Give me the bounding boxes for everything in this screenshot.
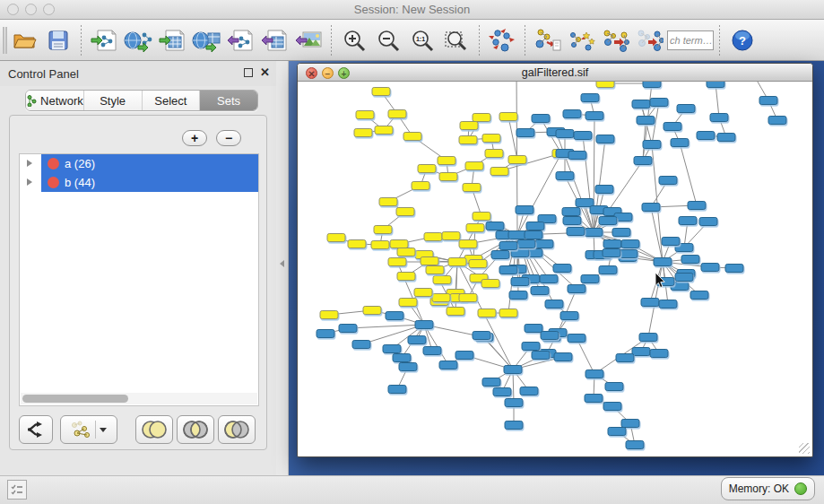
close-panel-icon[interactable]: ✕ <box>260 65 270 79</box>
help-button[interactable]: ? <box>725 23 759 57</box>
graph-node[interactable] <box>499 242 517 250</box>
graph-node[interactable] <box>532 352 550 360</box>
graph-node[interactable] <box>568 285 585 293</box>
graph-node[interactable] <box>459 136 477 144</box>
graph-node[interactable] <box>415 321 433 329</box>
set-operation-combo-button[interactable] <box>60 415 117 444</box>
tab-sets[interactable]: Sets <box>200 91 257 110</box>
graph-node[interactable] <box>621 240 639 248</box>
graph-node[interactable] <box>399 299 417 307</box>
graph-node[interactable] <box>481 280 499 288</box>
export-table-button[interactable] <box>257 23 291 57</box>
graph-node[interactable] <box>603 240 621 248</box>
graph-node[interactable] <box>424 233 442 241</box>
graph-node[interactable] <box>603 403 621 411</box>
graph-node[interactable] <box>499 113 517 121</box>
graph-node[interactable] <box>643 82 661 88</box>
graph-node[interactable] <box>465 162 483 170</box>
graph-node[interactable] <box>659 177 677 185</box>
graph-node[interactable] <box>508 231 526 239</box>
save-session-button[interactable] <box>41 23 75 57</box>
graph-node[interactable] <box>526 222 544 230</box>
select-from-selection-button[interactable] <box>599 23 633 57</box>
graph-node[interactable] <box>363 307 381 315</box>
graph-node[interactable] <box>390 240 408 248</box>
graph-node[interactable] <box>585 370 603 378</box>
graph-node[interactable] <box>585 395 603 403</box>
new-network-from-selection-button[interactable] <box>531 23 565 57</box>
graph-node[interactable] <box>581 94 599 102</box>
set-union-button[interactable] <box>135 415 173 444</box>
export-image-button[interactable] <box>291 23 325 57</box>
create-set-from-selection-button[interactable] <box>19 415 53 444</box>
graph-node[interactable] <box>659 300 677 308</box>
tab-network[interactable]: Network <box>26 91 84 110</box>
graph-node[interactable] <box>568 335 585 343</box>
graph-node[interactable] <box>596 135 614 143</box>
search-input[interactable]: ch term… <box>667 30 714 50</box>
graph-node[interactable] <box>493 388 511 396</box>
graph-node[interactable] <box>603 249 620 257</box>
expander-triangle-icon[interactable] <box>27 178 32 186</box>
graph-node[interactable] <box>620 250 638 258</box>
graph-node[interactable] <box>581 275 599 283</box>
graph-node[interactable] <box>348 240 366 248</box>
graph-node[interactable] <box>585 112 603 120</box>
graph-node[interactable] <box>662 238 680 246</box>
graph-node[interactable] <box>491 251 509 259</box>
graph-node[interactable] <box>499 309 517 317</box>
graph-node[interactable] <box>473 332 490 340</box>
graph-node[interactable] <box>485 150 503 158</box>
resize-grip[interactable] <box>799 443 810 454</box>
graph-node[interactable] <box>520 387 538 395</box>
tab-style[interactable]: Style <box>84 91 143 110</box>
graph-node[interactable] <box>439 173 457 181</box>
graph-node[interactable] <box>505 399 523 407</box>
graph-node[interactable] <box>650 99 668 107</box>
graph-node[interactable] <box>599 217 617 225</box>
graph-node[interactable] <box>681 256 699 264</box>
apply-layout-button[interactable] <box>485 23 519 57</box>
graph-node[interactable] <box>396 208 414 216</box>
graph-node[interactable] <box>439 361 457 369</box>
graph-node[interactable] <box>568 152 586 160</box>
graph-node[interactable] <box>463 184 481 192</box>
graph-node[interactable] <box>688 202 706 210</box>
import-network-file-button[interactable] <box>87 23 121 57</box>
zoom-actual-size-button[interactable]: 1:1 <box>405 23 439 57</box>
graph-node[interactable] <box>675 274 693 282</box>
import-table-web-button[interactable] <box>189 23 223 57</box>
panel-splitter[interactable] <box>276 61 289 475</box>
zoom-out-button[interactable] <box>371 23 405 57</box>
graph-node[interactable] <box>399 363 417 371</box>
graph-node[interactable] <box>642 204 660 212</box>
add-set-button[interactable]: + <box>182 130 207 146</box>
graph-node[interactable] <box>632 100 650 109</box>
graph-node[interactable] <box>374 226 392 234</box>
graph-node[interactable] <box>388 386 406 394</box>
graph-node[interactable] <box>438 157 455 165</box>
graph-node[interactable] <box>697 132 715 140</box>
graph-node[interactable] <box>654 258 672 266</box>
list-item[interactable]: b (44) <box>20 173 258 192</box>
graph-node[interactable] <box>459 294 477 302</box>
graph-node[interactable] <box>442 232 460 240</box>
graph-node[interactable] <box>414 289 432 297</box>
open-session-button[interactable] <box>7 23 41 57</box>
graph-node[interactable] <box>418 165 436 173</box>
graph-node[interactable] <box>541 332 559 340</box>
graph-node[interactable] <box>596 82 614 88</box>
graph-node[interactable] <box>699 218 717 226</box>
graph-node[interactable] <box>567 228 585 236</box>
graph-node[interactable] <box>371 241 389 249</box>
graph-node[interactable] <box>535 240 553 248</box>
graph-node[interactable] <box>605 383 623 391</box>
graph-node[interactable] <box>632 348 650 356</box>
scrollbar-thumb[interactable] <box>22 395 128 403</box>
graph-node[interactable] <box>574 132 592 140</box>
graph-node[interactable] <box>525 325 542 333</box>
graph-node[interactable] <box>677 105 695 113</box>
graph-node[interactable] <box>511 278 529 286</box>
remove-set-button[interactable]: − <box>216 130 241 146</box>
graph-node[interactable] <box>608 428 626 436</box>
